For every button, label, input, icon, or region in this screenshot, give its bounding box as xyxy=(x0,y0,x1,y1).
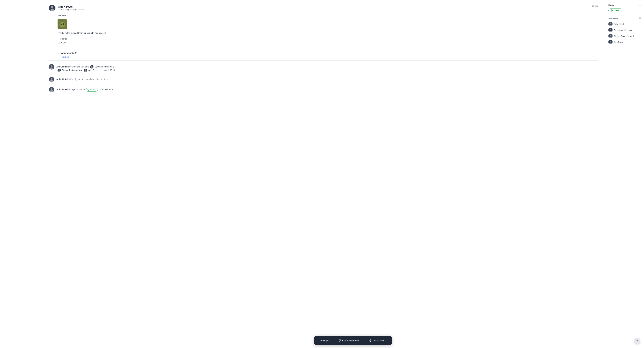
assignees-menu-icon[interactable]: ☰ xyxy=(639,17,641,20)
bullet: • xyxy=(60,56,61,58)
paperclip-icon: 📎 xyxy=(58,52,60,54)
help-button[interactable]: ? xyxy=(634,338,640,344)
svg-point-37 xyxy=(609,25,612,26)
svg-point-28 xyxy=(50,80,53,82)
conversation-area: Vivek Agrawal vivekmittalagrawal@gmail.c… xyxy=(42,0,605,348)
svg-point-39 xyxy=(610,29,611,30)
message-greeting: Namaste, xyxy=(58,14,598,17)
activity-action-3: changed status to xyxy=(68,88,85,91)
activity-actor-1: Anita Mittal xyxy=(56,66,68,68)
left-panel xyxy=(0,0,42,348)
sidebar-status-header: Status ☰ xyxy=(608,4,641,7)
activity-assignee-jain: Jain Pixels xyxy=(88,69,98,71)
activity-date-3: on 28 Feb 14:26 xyxy=(99,88,114,91)
assignee-avatar-2 xyxy=(608,34,612,38)
assignee-name-2: Dimple Taniya Agrawal xyxy=(614,35,634,37)
activity-assignee-deveshree: Deveshree Mishrekar xyxy=(94,66,114,68)
svg-point-19 xyxy=(91,67,93,69)
activity-avatar-svg-2 xyxy=(49,77,54,82)
activity-content-2: Anita Mittal self-assigned this thread o… xyxy=(56,77,108,81)
activity-section: Anita Mittal assigned this thread to Dev… xyxy=(49,61,598,92)
activity-avatar-svg-3 xyxy=(49,87,54,92)
svg-point-43 xyxy=(609,37,612,38)
activity-status-badge: Closed xyxy=(86,88,98,92)
internal-comment-button[interactable]: Internal comment xyxy=(334,338,364,343)
activity-action-2: self-assigned this thread xyxy=(68,78,92,80)
activity-actor-2: Anita Mittal xyxy=(56,78,68,80)
attachment-file[interactable]: • cat.jpeg xyxy=(58,56,598,58)
cat-face-svg xyxy=(58,20,67,29)
avatar-image xyxy=(49,5,56,11)
activity-inline-avatar-deveshree xyxy=(90,65,94,69)
internal-comment-label: Internal comment xyxy=(342,339,360,342)
activity-avatar-svg-1 xyxy=(49,64,54,70)
message-timestamp: 1h ago xyxy=(592,5,598,7)
message-body2: - Regards xyxy=(58,37,598,41)
activity-status-text: Closed xyxy=(90,88,96,91)
activity-date-1: on 1 March 15:14 xyxy=(99,69,115,71)
assignee-item-3: Jain Pixels xyxy=(608,40,641,44)
activity-actor-3: Anita Mittal xyxy=(56,88,68,91)
svg-point-30 xyxy=(51,88,52,90)
attachment-name: cat.jpeg xyxy=(62,56,69,58)
svg-point-21 xyxy=(58,69,60,71)
message-divider xyxy=(58,48,598,48)
status-menu-icon[interactable]: ☰ xyxy=(639,4,641,7)
activity-inline-avatar-dimple xyxy=(58,69,61,72)
sidebar-status-section: Status ☰ Closed xyxy=(608,4,641,12)
sender-name: Vivek Agrawal xyxy=(58,6,84,8)
assignee-item-1: Deveshree Mishrekar xyxy=(608,28,641,32)
main-content: Vivek Agrawal vivekmittalagrawal@gmail.c… xyxy=(42,0,605,348)
status-check-icon xyxy=(610,10,613,12)
message-sender: Vivek Agrawal vivekmittalagrawal@gmail.c… xyxy=(49,5,84,11)
message-body1: Thanks to the support team for being by … xyxy=(58,31,598,35)
svg-point-15 xyxy=(51,65,52,67)
reply-icon xyxy=(320,339,322,342)
svg-point-16 xyxy=(50,68,53,70)
sender-avatar xyxy=(49,5,56,11)
activity-item-2: Anita Mittal self-assigned this thread o… xyxy=(49,77,598,82)
activity-avatar-2 xyxy=(49,77,54,82)
activity-content-3: Anita Mittal changed status to Closed on… xyxy=(56,87,114,92)
action-bar: Reply Internal comment Put on Hold xyxy=(314,336,392,345)
status-section-title: Status xyxy=(608,4,614,6)
right-sidebar: Status ☰ Closed Assignees ☰ xyxy=(605,0,644,348)
activity-assignee-dimple: Dimple Taniya Agrawal xyxy=(62,69,84,71)
attachments-header: 📎 Attachments (1) xyxy=(58,52,598,54)
assignee-item-0: Anita Mittal xyxy=(608,22,641,26)
activity-item-3: Anita Mittal changed status to Closed on… xyxy=(49,87,598,92)
sidebar-assignees-header: Assignees ☰ xyxy=(608,17,641,20)
svg-point-25 xyxy=(84,71,86,72)
message-body3: Us at LU xyxy=(58,41,598,44)
svg-point-18 xyxy=(91,66,92,67)
assignee-avatar-3 xyxy=(608,40,612,44)
status-badge[interactable]: Closed xyxy=(608,9,622,12)
svg-point-22 xyxy=(58,71,60,72)
assignee-name-3: Jain Pixels xyxy=(614,41,623,43)
reply-label: Reply xyxy=(323,339,329,342)
put-on-hold-label: Put on Hold xyxy=(373,339,384,342)
comment-icon xyxy=(338,339,341,342)
svg-point-7 xyxy=(60,24,62,25)
svg-point-2 xyxy=(50,9,54,11)
reply-button[interactable]: Reply xyxy=(316,338,333,343)
assignee-name-0: Anita Mittal xyxy=(614,23,624,25)
help-label: ? xyxy=(636,340,638,342)
activity-avatar-1 xyxy=(49,64,54,70)
svg-point-40 xyxy=(609,31,612,32)
cat-image-container xyxy=(58,20,598,29)
svg-point-31 xyxy=(50,90,53,92)
svg-point-27 xyxy=(51,78,52,80)
attachment-list: • cat.jpeg xyxy=(58,56,598,58)
svg-point-4 xyxy=(59,22,65,28)
attachments-section: 📎 Attachments (1) • cat.jpeg xyxy=(58,52,598,58)
put-on-hold-button[interactable]: Put on Hold xyxy=(365,338,388,343)
assignee-avatar-1 xyxy=(608,28,612,32)
activity-action-1: assigned this thread to xyxy=(68,66,90,68)
activity-date-2: on 1 March 15:14 xyxy=(92,78,108,80)
activity-inline-avatar-jain xyxy=(84,69,87,72)
sender-info: Vivek Agrawal vivekmittalagrawal@gmail.c… xyxy=(58,6,84,11)
check-circle-icon xyxy=(88,89,90,91)
assignee-avatar-0 xyxy=(608,22,612,26)
activity-content-1: Anita Mittal assigned this thread to Dev… xyxy=(56,64,115,72)
